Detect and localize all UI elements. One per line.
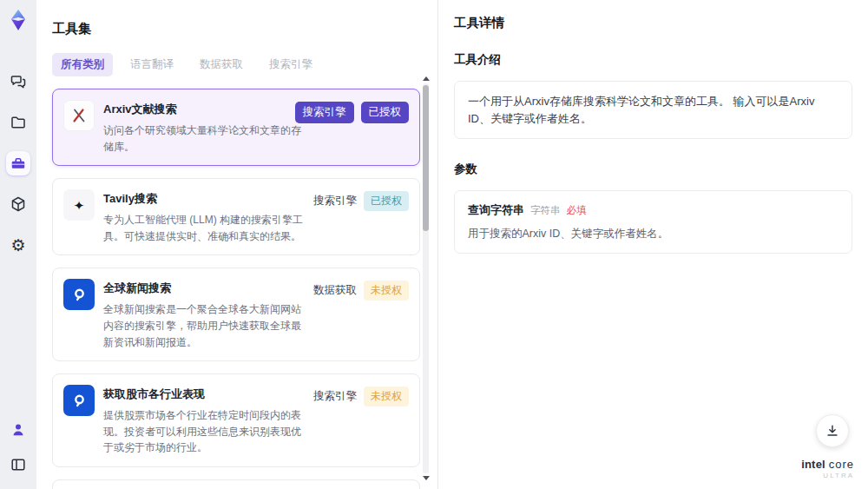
sidebar-item-user[interactable]: [6, 418, 30, 442]
news-search-icon: [70, 286, 88, 303]
tool-list: Arxiv文献搜索 访问各个研究领域大量科学论文和文章的存储库。 搜索引擎 已授…: [52, 89, 420, 489]
sidebar-bottom-nav: [6, 418, 30, 477]
tool-category-label: 数据获取: [313, 281, 357, 301]
download-button[interactable]: [816, 414, 849, 447]
tab-data-fetch[interactable]: 数据获取: [191, 53, 252, 76]
chat-icon: [10, 73, 27, 90]
stock-sector-icon: [70, 392, 88, 409]
tool-detail-panel: 工具详情 工具介绍 一个用于从Arxiv存储库搜索科学论文和文章的工具。 输入可…: [437, 0, 868, 489]
tool-card-tavily[interactable]: ✦ Tavily搜索 专为人工智能代理 (LLM) 构建的搜索引擎工具。可快速提…: [52, 178, 420, 255]
arxiv-logo-icon: [69, 106, 89, 125]
parameter-required-flag: 必填: [567, 204, 587, 217]
panel-toggle-icon: [10, 456, 27, 473]
category-tabs: 所有类别 语言翻译 数据获取 搜索引擎: [52, 53, 437, 76]
scrollbar-down-arrow-icon[interactable]: [423, 476, 430, 480]
tool-description: 全球新闻搜索是一个聚合全球各大新闻网站内容的搜索引擎，帮助用户快速获取全球最新资…: [103, 301, 310, 350]
parameter-type: 字符串: [530, 204, 561, 217]
tool-description: 访问各个研究领域大量科学论文和文章的存储库。: [103, 122, 310, 155]
tool-name: 获取股市各行业表现: [103, 387, 310, 402]
folder-icon: [10, 114, 27, 131]
tool-card-arxiv[interactable]: Arxiv文献搜索 访问各个研究领域大量科学论文和文章的存储库。 搜索引擎 已授…: [52, 89, 420, 166]
tool-status-badge: 未授权: [364, 281, 409, 301]
tool-name: Arxiv文献搜索: [103, 102, 310, 117]
settings-icon: ⚙: [10, 237, 25, 254]
app-logo-icon: [7, 9, 30, 31]
brand-intel: intel: [801, 458, 825, 471]
sidebar-item-tools[interactable]: [6, 151, 30, 175]
sidebar-item-chat[interactable]: [6, 69, 30, 94]
tool-category-badge: 搜索引擎: [295, 102, 354, 123]
scrollbar-thumb[interactable]: [423, 85, 429, 231]
tool-status-badge: 已授权: [361, 102, 410, 123]
sidebar-item-files[interactable]: [6, 110, 30, 135]
intro-heading: 工具介绍: [454, 52, 852, 68]
tool-description: 专为人工智能代理 (LLM) 构建的搜索引擎工具。可快速提供实时、准确和真实的结…: [103, 212, 310, 244]
tool-category-label: 搜索引擎: [313, 191, 357, 211]
sidebar-nav: ⚙: [6, 69, 30, 257]
parameter-name: 查询字符串: [468, 202, 524, 218]
tool-name: 全球新闻搜索: [103, 281, 310, 296]
tavily-star-icon: ✦: [74, 199, 85, 212]
brand-tier: ultra: [801, 472, 854, 480]
tool-status-badge: 未授权: [364, 387, 409, 406]
tool-card-active-stocks[interactable]: 获取市场最活跃股票信息 提供当天交易量最高的股票列表。投资者可以利用这些信息来识…: [52, 479, 420, 489]
parameter-description: 用于搜索的Arxiv ID、关键字或作者姓名。: [468, 227, 838, 241]
user-icon: [10, 421, 27, 439]
tab-search-engine[interactable]: 搜索引擎: [260, 53, 321, 76]
tab-language-translation[interactable]: 语言翻译: [122, 53, 182, 76]
sidebar-item-panel-toggle[interactable]: [6, 453, 30, 477]
tool-intro-text: 一个用于从Arxiv存储库搜索科学论文和文章的工具。 输入可以是Arxiv ID…: [454, 81, 852, 139]
tab-all-categories[interactable]: 所有类别: [52, 53, 113, 76]
parameter-item: 查询字符串 字符串 必填 用于搜索的Arxiv ID、关键字或作者姓名。: [454, 190, 852, 254]
brand-core: core: [829, 458, 854, 471]
app-window: ⚙ 工具集 所有类别 语言翻译 数据获取: [0, 0, 868, 489]
detail-title: 工具详情: [454, 15, 852, 31]
toolbox-icon: [10, 155, 27, 172]
sidebar-item-settings[interactable]: ⚙: [6, 233, 30, 257]
scrollbar-up-arrow-icon[interactable]: [423, 76, 430, 81]
tools-list-panel: 工具集 所有类别 语言翻译 数据获取 搜索引擎 Arxiv文献搜索 访问各个研究…: [36, 0, 437, 489]
download-icon: [825, 423, 840, 439]
sidebar-item-models[interactable]: [6, 192, 30, 216]
params-heading: 参数: [454, 162, 852, 177]
tool-card-stock-sector[interactable]: 获取股市各行业表现 提供股票市场各个行业在特定时间段内的表现。投资者可以利用这些…: [52, 373, 420, 467]
tool-category-label: 搜索引擎: [313, 387, 357, 406]
sidebar: ⚙: [0, 0, 36, 489]
tool-description: 提供股票市场各个行业在特定时间段内的表现。投资者可以利用这些信息来识别表现优于或…: [103, 407, 310, 456]
list-scrollbar[interactable]: [422, 76, 430, 480]
page-title: 工具集: [52, 21, 437, 37]
tool-card-global-news[interactable]: 全球新闻搜索 全球新闻搜索是一个聚合全球各大新闻网站内容的搜索引擎，帮助用户快速…: [52, 268, 420, 361]
tool-status-badge: 已授权: [364, 191, 409, 211]
cube-icon: [10, 195, 27, 213]
tool-name: Tavily搜索: [103, 191, 310, 207]
intel-core-logo: intel core ultra: [801, 459, 854, 480]
